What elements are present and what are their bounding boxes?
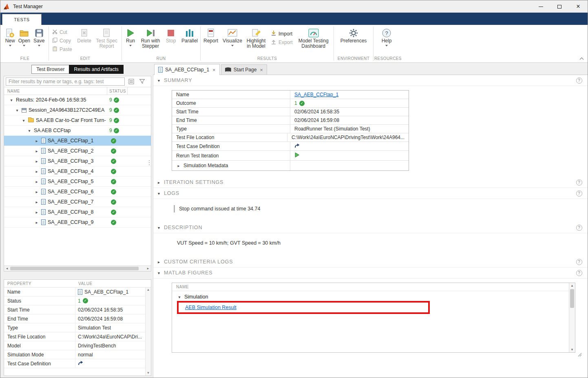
figures-scrollbar[interactable]: ▲ ▼: [569, 283, 575, 352]
visualize-button[interactable]: Visualize: [221, 27, 244, 46]
scroll-left-icon[interactable]: ◂: [4, 266, 10, 271]
chevron-right-icon[interactable]: ▸: [34, 149, 39, 153]
close-tab-icon[interactable]: ×: [212, 67, 216, 73]
export-button[interactable]: Export: [268, 38, 295, 46]
chevron-right-icon[interactable]: ▸: [34, 179, 39, 184]
doc-tab-start-page[interactable]: Start Page ×: [221, 64, 267, 75]
maximize-button[interactable]: [550, 0, 569, 13]
chevron-right-icon[interactable]: ▸: [34, 169, 39, 174]
scroll-down-icon[interactable]: ▼: [146, 371, 151, 376]
chevron-right-icon[interactable]: ▸: [34, 159, 39, 164]
close-button[interactable]: ×: [569, 0, 588, 13]
tree-row-ccftap-6[interactable]: ▸ SA_AEB_CCFtap_6 ✓: [4, 187, 151, 197]
open-button[interactable]: Open: [18, 27, 31, 46]
tree-row-ccftap-9[interactable]: ▸ SA_AEB_CCFtap_9 ✓: [4, 217, 151, 228]
section-iteration-settings-header[interactable]: ▸ ITERATION SETTINGS ?: [153, 177, 588, 188]
section-summary-header[interactable]: ▾ SUMMARY ?: [153, 75, 588, 86]
tree-row-results[interactable]: ▾ Results: 2024-Feb-06 16:58:35 9✓: [4, 95, 151, 105]
chevron-down-icon[interactable]: ▾: [9, 98, 14, 102]
chevron-right-icon[interactable]: ▸: [34, 190, 39, 194]
parallel-button[interactable]: Parallel: [180, 27, 199, 44]
paste-button[interactable]: Paste: [50, 45, 75, 53]
goto-definition-icon[interactable]: [78, 360, 84, 367]
minimize-button[interactable]: [531, 0, 550, 13]
report-button[interactable]: Report: [201, 27, 220, 44]
delete-button[interactable]: Delete: [75, 27, 94, 44]
property-row-name[interactable]: Name SA_AEB_CCFtap_1: [4, 287, 151, 296]
tree-row-ccftap-1[interactable]: ▸ SA_AEB_CCFtap_1 ✓: [4, 136, 151, 146]
saved-filters-icon[interactable]: [127, 77, 135, 86]
tree-row-ccftap-3[interactable]: ▸ SA_AEB_CCFtap_3 ✓: [4, 156, 151, 166]
section-custom-criteria-logs-header[interactable]: ▸ CUSTOM CRITERIA LOGS ?: [153, 256, 588, 267]
filter-funnel-icon[interactable]: [138, 77, 146, 86]
tree-row-testfile[interactable]: ▾ SA AEB Car-to-Car Front Turn- 9✓: [4, 115, 151, 126]
new-button[interactable]: New: [4, 27, 16, 46]
help-question-icon[interactable]: ?: [576, 190, 582, 197]
tree-row-ccftap-8[interactable]: ▸ SA_AEB_CCFtap_8 ✓: [4, 207, 151, 217]
run-with-stepper-button[interactable]: Run with Stepper: [139, 27, 162, 49]
property-row-model[interactable]: Model DrivingTestBench: [4, 341, 151, 350]
cut-button[interactable]: Cut: [50, 28, 75, 36]
chevron-down-icon[interactable]: ▾: [27, 128, 32, 133]
chevron-right-icon[interactable]: ▸: [34, 220, 39, 225]
horizontal-scrollbar[interactable]: ◂ ▸: [4, 265, 151, 271]
help-question-icon[interactable]: ?: [576, 225, 582, 231]
stop-button[interactable]: Stop: [163, 27, 179, 44]
chevron-down-icon[interactable]: ▾: [21, 118, 26, 123]
help-question-icon[interactable]: ?: [576, 179, 582, 186]
filter-results-input[interactable]: [6, 77, 125, 86]
scroll-right-icon[interactable]: ▸: [145, 266, 151, 271]
copy-button[interactable]: Copy: [50, 36, 75, 45]
close-tab-icon[interactable]: ×: [260, 67, 263, 73]
chevron-right-icon[interactable]: ▸: [34, 139, 39, 143]
figures-group-simulation[interactable]: ▾ Simulation: [172, 292, 575, 302]
help-question-icon[interactable]: ?: [576, 77, 582, 84]
test-spec-report-button[interactable]: Test Spec Report: [94, 27, 119, 49]
result-name-link[interactable]: SA_AEB_CCFtap_1: [294, 92, 338, 97]
run-button[interactable]: Run: [123, 27, 138, 46]
section-logs-header[interactable]: ▾ LOGS ?: [153, 188, 588, 199]
chevron-right-icon[interactable]: ▸: [176, 164, 181, 168]
scrollbar-thumb[interactable]: [10, 267, 139, 270]
model-testing-dashboard-button[interactable]: Model Testing Dashboard: [296, 27, 331, 49]
summary-row-simulation-metadata[interactable]: ▸ Simulation Metadata: [172, 161, 409, 170]
property-row-simulation-mode[interactable]: Simulation Mode normal: [4, 350, 151, 359]
tab-tests[interactable]: TESTS: [2, 14, 42, 25]
tree-row-ccftap-2[interactable]: ▸ SA_AEB_CCFtap_2 ✓: [4, 146, 151, 156]
property-row-test-case-definition[interactable]: Test Case Definition: [4, 359, 151, 368]
properties-scrollbar[interactable]: ▲ ▼: [145, 287, 151, 376]
panel-splitter-handle[interactable]: [148, 155, 151, 170]
import-button[interactable]: Import: [268, 29, 295, 38]
doc-tab-sa-aeb-ccftap-1[interactable]: SA_AEB_CCFtap_1 ×: [154, 64, 220, 75]
tree-row-ccftap-5[interactable]: ▸ SA_AEB_CCFtap_5 ✓: [4, 177, 151, 187]
tab-results-and-artifacts[interactable]: Results and Artifacts: [69, 65, 123, 74]
save-button[interactable]: Save: [33, 27, 45, 46]
tab-test-browser[interactable]: Test Browser: [31, 65, 69, 74]
rerun-play-icon[interactable]: [294, 152, 300, 159]
preferences-button[interactable]: Preferences: [338, 27, 369, 44]
property-row-type[interactable]: Type Simulation Test: [4, 323, 151, 332]
aeb-simulation-result-link[interactable]: AEB Simulation Result: [185, 305, 237, 310]
help-question-icon[interactable]: ?: [576, 259, 582, 265]
highlight-in-model-button[interactable]: Highlight in Model: [245, 27, 267, 49]
tree-row-suite[interactable]: ▾ SA AEB CCFtap 9✓: [4, 126, 151, 136]
collapse-toolstrip-icon[interactable]: [579, 56, 584, 62]
tree-row-ccftap-7[interactable]: ▸ SA_AEB_CCFtap_7 ✓: [4, 197, 151, 207]
goto-definition-icon[interactable]: [294, 143, 300, 149]
scroll-up-icon[interactable]: ▲: [146, 287, 151, 292]
chevron-down-icon[interactable]: ▾: [15, 108, 20, 113]
chevron-right-icon[interactable]: ▸: [34, 200, 39, 204]
help-question-icon[interactable]: ?: [576, 270, 582, 276]
chevron-right-icon[interactable]: ▸: [34, 210, 39, 214]
tree-row-ccftap-4[interactable]: ▸ SA_AEB_CCFtap_4 ✓: [4, 166, 151, 177]
property-row-end-time[interactable]: End Time 02/06/2024 16:59:08: [4, 314, 151, 323]
tree-row-session[interactable]: ▾ Session_24A9643B127C2C49EA 9✓: [4, 105, 151, 115]
property-row-status[interactable]: Status 1✓: [4, 296, 151, 305]
resize-grip-icon[interactable]: [577, 352, 582, 358]
section-description-header[interactable]: ▾ DESCRIPTION ?: [153, 222, 588, 233]
scroll-down-icon[interactable]: ▼: [569, 347, 575, 352]
scroll-up-icon[interactable]: ▲: [569, 283, 575, 288]
property-row-start-time[interactable]: Start Time 02/06/2024 16:58:35: [4, 305, 151, 314]
scrollbar-thumb[interactable]: [570, 289, 574, 308]
property-row-test-file-location[interactable]: Test File Location C:\Work\24a\EuroNCAP\…: [4, 332, 151, 341]
